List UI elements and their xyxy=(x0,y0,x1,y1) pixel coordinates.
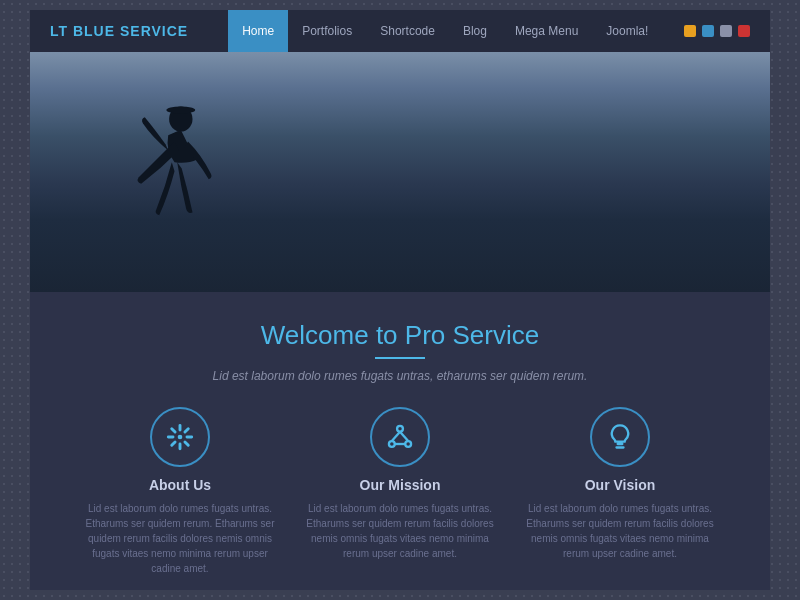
svg-point-5 xyxy=(405,441,411,447)
welcome-title-highlight: Pro Service xyxy=(405,320,539,350)
about-us-icon-circle[interactable] xyxy=(150,407,210,467)
nav-item-portfolios[interactable]: Portfolios xyxy=(288,10,366,52)
feature-about-us: About Us Lid est laborum dolo rumes fuga… xyxy=(80,407,280,576)
navbar: LT BLUE SERVICE Home Portfolios Shortcod… xyxy=(30,10,770,52)
page-wrapper: LT BLUE SERVICE Home Portfolios Shortcod… xyxy=(0,0,800,600)
network-icon xyxy=(386,423,414,451)
nav-item-shortcode[interactable]: Shortcode xyxy=(366,10,449,52)
lightbulb-icon xyxy=(606,423,634,451)
our-vision-title: Our Vision xyxy=(585,477,656,493)
svg-point-1 xyxy=(166,106,195,113)
our-vision-text: Lid est laborum dolo rumes fugats untras… xyxy=(520,501,720,561)
about-us-text: Lid est laborum dolo rumes fugats untras… xyxy=(80,501,280,576)
hero-section xyxy=(30,52,770,292)
our-mission-text: Lid est laborum dolo rumes fugats untras… xyxy=(300,501,500,561)
svg-point-3 xyxy=(397,426,403,432)
nav-item-blog[interactable]: Blog xyxy=(449,10,501,52)
navbar-icons xyxy=(684,25,750,37)
nav-item-mega-menu[interactable]: Mega Menu xyxy=(501,10,592,52)
feature-our-mission: Our Mission Lid est laborum dolo rumes f… xyxy=(300,407,500,576)
our-mission-title: Our Mission xyxy=(360,477,441,493)
content-section: Welcome to Pro Service Lid est laborum d… xyxy=(30,292,770,590)
svg-point-4 xyxy=(389,441,395,447)
nav-item-joomla[interactable]: Joomla! xyxy=(592,10,662,52)
site-container: LT BLUE SERVICE Home Portfolios Shortcod… xyxy=(30,10,770,590)
hero-silhouette xyxy=(110,92,230,272)
welcome-title: Welcome to Pro Service xyxy=(261,320,539,351)
icon-gray[interactable] xyxy=(720,25,732,37)
our-mission-icon-circle[interactable] xyxy=(370,407,430,467)
icon-blue[interactable] xyxy=(702,25,714,37)
welcome-underline xyxy=(375,357,425,359)
features-row: About Us Lid est laborum dolo rumes fuga… xyxy=(70,407,730,576)
our-vision-icon-circle[interactable] xyxy=(590,407,650,467)
nav-item-home[interactable]: Home xyxy=(228,10,288,52)
about-us-title: About Us xyxy=(149,477,211,493)
feature-our-vision: Our Vision Lid est laborum dolo rumes fu… xyxy=(520,407,720,576)
svg-line-7 xyxy=(400,432,408,441)
nav-menu: Home Portfolios Shortcode Blog Mega Menu… xyxy=(228,10,684,52)
svg-line-6 xyxy=(392,432,400,441)
icon-red[interactable] xyxy=(738,25,750,37)
asterisk-icon xyxy=(166,423,194,451)
welcome-subtitle: Lid est laborum dolo rumes fugats untras… xyxy=(213,369,588,383)
brand-logo[interactable]: LT BLUE SERVICE xyxy=(50,23,188,39)
icon-orange[interactable] xyxy=(684,25,696,37)
svg-point-2 xyxy=(178,435,183,440)
